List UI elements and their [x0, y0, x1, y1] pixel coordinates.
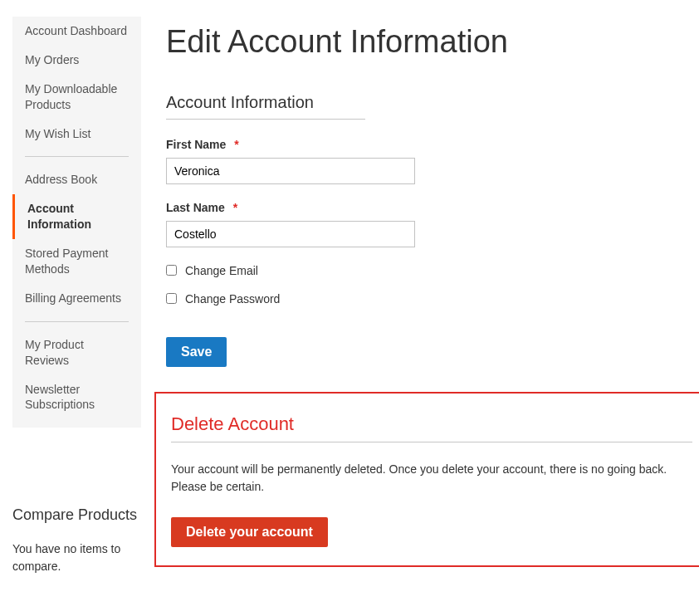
left-column: Account Dashboard My Orders My Downloada…: [12, 17, 141, 575]
change-password-label[interactable]: Change Password: [185, 292, 280, 306]
main-content: Edit Account Information Account Informa…: [166, 17, 699, 575]
sidebar-item-account-information[interactable]: Account Information: [12, 194, 129, 239]
required-indicator-icon: *: [233, 201, 237, 214]
change-email-checkbox[interactable]: [166, 265, 177, 276]
delete-account-warning-text: Your account will be permanently deleted…: [171, 461, 692, 496]
sidebar-divider: [25, 321, 129, 322]
sidebar-item-billing-agreements[interactable]: Billing Agreements: [25, 284, 129, 313]
sidebar-group-1: Account Dashboard My Orders My Downloada…: [12, 17, 141, 148]
delete-account-title: Delete Account: [171, 413, 692, 442]
last-name-label-text: Last Name: [166, 201, 225, 214]
first-name-field: First Name *: [166, 138, 699, 184]
first-name-label: First Name *: [166, 138, 699, 151]
compare-products-empty-text: You have no items to compare.: [12, 540, 141, 575]
required-indicator-icon: *: [234, 138, 238, 151]
last-name-input[interactable]: [166, 221, 415, 247]
change-email-label[interactable]: Change Email: [185, 264, 258, 277]
sidebar-nav: Account Dashboard My Orders My Downloada…: [12, 17, 141, 428]
save-button[interactable]: Save: [166, 337, 227, 367]
sidebar-item-address-book[interactable]: Address Book: [25, 165, 129, 194]
sidebar-item-my-downloadable-products[interactable]: My Downloadable Products: [25, 75, 129, 120]
change-password-checkbox[interactable]: [166, 293, 177, 304]
first-name-label-text: First Name: [166, 138, 226, 151]
last-name-field: Last Name *: [166, 201, 699, 247]
compare-products-title: Compare Products: [12, 506, 141, 524]
sidebar-item-stored-payment-methods[interactable]: Stored Payment Methods: [25, 239, 129, 284]
sidebar-divider: [25, 156, 129, 157]
change-password-field: Change Password: [166, 292, 699, 306]
sidebar-item-account-dashboard[interactable]: Account Dashboard: [25, 17, 129, 46]
sidebar-item-my-orders[interactable]: My Orders: [25, 46, 129, 75]
compare-products-block: Compare Products You have no items to co…: [12, 506, 141, 575]
account-information-section-title: Account Information: [166, 93, 365, 120]
last-name-label: Last Name *: [166, 201, 699, 214]
change-email-field: Change Email: [166, 264, 699, 277]
sidebar-item-newsletter-subscriptions[interactable]: Newsletter Subscriptions: [25, 375, 129, 420]
delete-account-section: Delete Account Your account will be perm…: [154, 392, 699, 567]
delete-your-account-button[interactable]: Delete your account: [171, 517, 328, 547]
sidebar-group-2: Address Book Account Information Stored …: [12, 165, 141, 312]
sidebar-group-3: My Product Reviews Newsletter Subscripti…: [12, 330, 141, 428]
sidebar-item-my-product-reviews[interactable]: My Product Reviews: [25, 330, 129, 375]
sidebar-item-my-wish-list[interactable]: My Wish List: [25, 120, 129, 149]
page-layout: Account Dashboard My Orders My Downloada…: [12, 17, 687, 575]
page-title: Edit Account Information: [166, 25, 699, 60]
first-name-input[interactable]: [166, 158, 415, 184]
